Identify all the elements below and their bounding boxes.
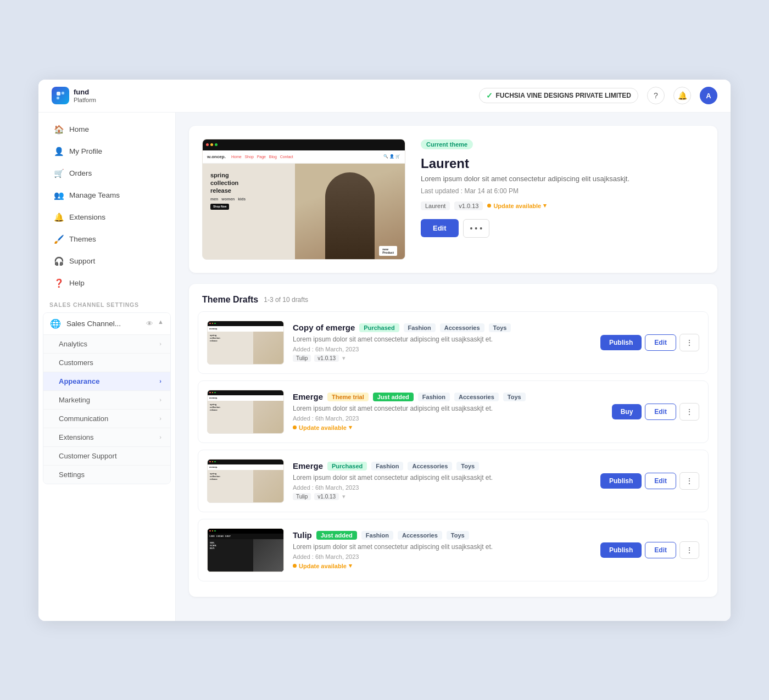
- tag-toys: Toys: [447, 531, 469, 540]
- appearance-label: Appearance: [59, 377, 99, 385]
- sidebar-sub-appearance[interactable]: Appearance ›: [43, 372, 170, 390]
- svg-rect-1: [62, 92, 64, 94]
- current-theme-info: Current theme Laurent Lorem ipsum dolor …: [421, 139, 704, 238]
- sidebar-sub-extensions-sub[interactable]: Extensions ›: [43, 428, 170, 446]
- draft-actions: Publish Edit ⋮: [600, 541, 699, 559]
- thumb-logo: w.oncep.: [209, 328, 218, 330]
- tag-fashion: Fashion: [361, 531, 393, 540]
- sales-channel-view-btn[interactable]: 👁: [144, 318, 155, 329]
- notifications-btn[interactable]: 🔔: [673, 87, 691, 104]
- main-nav: 🏠 Home 👤 My Profile 🛒 Orders 👥 Manage Te…: [38, 119, 175, 294]
- sidebar-item-orders[interactable]: 🛒 Orders: [43, 163, 171, 184]
- thumb-dot-y: [212, 323, 214, 324]
- thumb-figure: [253, 470, 283, 503]
- thumb-nav: 1.SEE 2.SCAN 3.BUY: [208, 534, 283, 539]
- draft-version-chevron[interactable]: ▾: [342, 493, 346, 500]
- sales-channel-actions: 👁 ▲: [144, 318, 164, 329]
- logo-subname: Platform: [74, 97, 96, 103]
- help-icon-btn[interactable]: ?: [647, 87, 665, 104]
- publish-btn[interactable]: Publish: [600, 473, 642, 489]
- user-avatar[interactable]: A: [700, 87, 717, 104]
- logo[interactable]: fund Platform: [52, 87, 96, 104]
- logo-name: fund: [74, 88, 96, 97]
- buy-btn[interactable]: Buy: [612, 404, 642, 419]
- svg-rect-2: [57, 97, 59, 99]
- sidebar-item-home[interactable]: 🏠 Home: [43, 119, 171, 140]
- analytics-chevron: ›: [159, 340, 161, 347]
- edit-theme-btn[interactable]: Edit: [421, 219, 459, 237]
- topbar-right: ✓ FUCHSIA VINE DESIGNS PRIVATE LIMITED ?…: [479, 87, 717, 104]
- sidebar-item-help[interactable]: ❓ Help: [43, 273, 171, 294]
- thumb-dot-g: [214, 323, 216, 324]
- edit-draft-btn[interactable]: Edit: [645, 404, 676, 420]
- edit-draft-btn[interactable]: Edit: [645, 542, 676, 558]
- settings-label: Settings: [59, 471, 85, 479]
- draft-date: Added : 6th March, 2023: [293, 415, 603, 422]
- draft-version-num: v1.0.13: [314, 493, 339, 500]
- draft-update-label: Update available: [299, 563, 347, 569]
- sidebar-item-my-profile[interactable]: 👤 My Profile: [43, 141, 171, 162]
- sidebar-item-support[interactable]: 🎧 Support: [43, 251, 171, 272]
- sidebar-sub-customers[interactable]: Customers: [43, 353, 170, 372]
- extensions-sub-label: Extensions: [59, 433, 94, 441]
- sales-channel-group-header[interactable]: 🌐 Sales Channel... 👁 ▲: [43, 313, 170, 334]
- preview-dot-yellow: [210, 143, 213, 146]
- thumb-dot-r: [209, 392, 211, 394]
- draft-update[interactable]: Update available ▾: [293, 424, 603, 431]
- home-icon: 🏠: [54, 125, 64, 135]
- support-icon: 🎧: [54, 256, 64, 266]
- thumb-logo: 1.SEE 2.SCAN 3.BUY: [209, 535, 231, 537]
- draft-more-btn[interactable]: ⋮: [679, 541, 699, 559]
- theme-drafts-card: Theme Drafts 1-3 of 10 drafts w.oncep.: [189, 284, 717, 597]
- current-theme-name: Laurent: [421, 156, 704, 171]
- sidebar-item-extensions[interactable]: 🔔 Extensions: [43, 207, 171, 228]
- sidebar-sub-communication[interactable]: Communication ›: [43, 409, 170, 428]
- thumb-bar: [208, 321, 283, 326]
- thumb-dot-r: [209, 323, 211, 324]
- thumb-nav: w.oncep.: [208, 464, 283, 470]
- update-label: Update available: [493, 203, 541, 209]
- sidebar-item-profile-label: My Profile: [69, 147, 102, 155]
- current-theme-description: Lorem ipsum dolor sit amet consectetur a…: [421, 175, 704, 183]
- draft-more-btn[interactable]: ⋮: [679, 403, 699, 421]
- current-theme-update-badge[interactable]: Update available ▾: [487, 202, 547, 209]
- current-theme-section: w.oncep. Home Shop Page Blog Contact 🔍 👤…: [189, 126, 717, 273]
- tag-accessories: Accessories: [408, 462, 452, 471]
- draft-update[interactable]: Update available ▾: [293, 562, 592, 569]
- orders-icon: 🛒: [54, 169, 64, 178]
- draft-name: Copy of emerge: [293, 323, 355, 332]
- draft-version-chevron[interactable]: ▾: [342, 355, 346, 362]
- thumb-dot-r: [209, 530, 211, 532]
- sidebar-item-support-label: Support: [69, 257, 95, 265]
- thumb-hero: springcollectionrelease: [208, 401, 283, 434]
- publish-btn[interactable]: Publish: [600, 542, 642, 558]
- draft-update-chevron: ▾: [349, 562, 352, 569]
- sidebar-sub-customer-support[interactable]: Customer Support: [43, 446, 170, 465]
- thumb-logo: w.oncep.: [209, 397, 218, 399]
- preview-hero-image: newProduct: [295, 164, 405, 260]
- publish-btn[interactable]: Publish: [600, 335, 642, 350]
- thumb-nav: w.oncep.: [208, 326, 283, 332]
- customers-label: Customers: [59, 359, 93, 367]
- sidebar-item-home-label: Home: [69, 125, 89, 133]
- draft-more-btn[interactable]: ⋮: [679, 334, 699, 351]
- thumb-dot-y: [212, 530, 214, 532]
- draft-thumbnail: w.oncep. springcollectionrelease: [207, 459, 284, 503]
- tag-just-added: Just added: [373, 393, 414, 401]
- draft-update-dot: [293, 425, 297, 429]
- sidebar-item-orders-label: Orders: [69, 169, 92, 177]
- company-name: FUCHSIA VINE DESIGNS PRIVATE LIMITED: [496, 92, 631, 99]
- sidebar-sub-settings[interactable]: Settings: [43, 465, 170, 484]
- sidebar-sub-analytics[interactable]: Analytics ›: [43, 334, 170, 353]
- sidebar-item-themes[interactable]: 🖌️ Themes: [43, 229, 171, 250]
- sidebar-item-manage-teams[interactable]: 👥 Manage Teams: [43, 185, 171, 206]
- edit-draft-btn[interactable]: Edit: [645, 473, 676, 489]
- draft-more-btn[interactable]: ⋮: [679, 472, 699, 490]
- preview-nav: w.oncep. Home Shop Page Blog Contact 🔍 👤…: [203, 150, 405, 164]
- preview-hero-text: springcollectionrelease men women kids S…: [210, 171, 246, 210]
- draft-thumbnail: w.oncep. springcollectionrelease: [207, 390, 284, 434]
- sidebar-sub-marketing[interactable]: Marketing ›: [43, 390, 170, 409]
- thumb-hero: springcollectionrelease: [208, 470, 283, 503]
- theme-more-btn[interactable]: • • •: [463, 219, 489, 238]
- edit-draft-btn[interactable]: Edit: [645, 334, 676, 351]
